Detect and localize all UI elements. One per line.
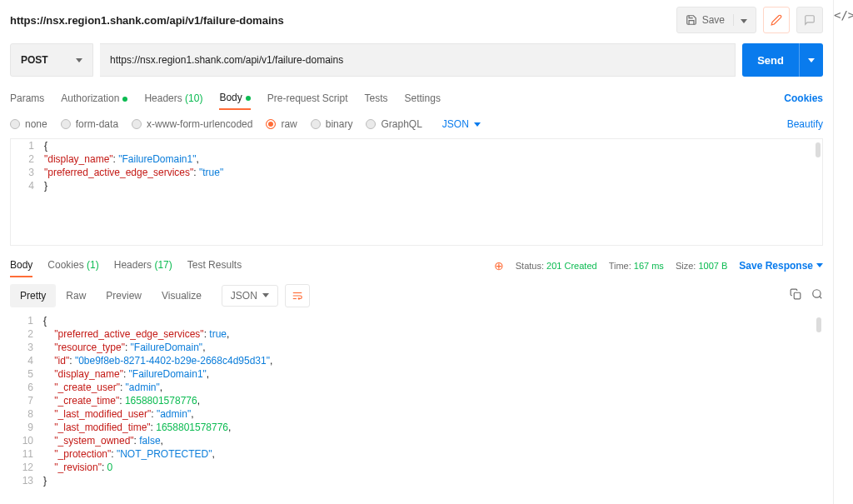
body-format-select[interactable]: JSON: [442, 118, 481, 130]
radio-none[interactable]: none: [10, 118, 47, 130]
svg-line-4: [820, 297, 822, 299]
request-row: POST https://nsx.region1.shank.com/api/v…: [0, 40, 833, 87]
resp-tab-headers[interactable]: Headers (17): [114, 254, 172, 277]
line-number: 3: [10, 341, 43, 354]
comment-button[interactable]: [796, 7, 823, 33]
response-format-select[interactable]: JSON: [222, 285, 278, 307]
line-number: 6: [10, 381, 43, 394]
edit-button[interactable]: [763, 7, 790, 33]
line-number: 9: [10, 421, 43, 434]
status-value: 201 Created: [546, 261, 597, 271]
url-value: https://nsx.region1.shank.com/api/v1/fai…: [110, 54, 343, 66]
chevron-down-icon: [262, 293, 269, 297]
line-number: 12: [10, 461, 43, 474]
line-number: 2: [10, 327, 43, 341]
comment-icon: [804, 14, 816, 26]
code-content[interactable]: {: [44, 139, 822, 152]
code-content[interactable]: }: [44, 179, 822, 192]
tab-tests[interactable]: Tests: [365, 87, 388, 109]
code-content[interactable]: "_last_modified_time": 1658801578776,: [43, 421, 823, 434]
resp-tab-tests[interactable]: Test Results: [187, 254, 242, 277]
code-content[interactable]: "preferred_active_edge_services": true,: [43, 327, 823, 341]
code-content[interactable]: "resource_type": "FailureDomain",: [43, 341, 823, 354]
method-select[interactable]: POST: [10, 43, 93, 77]
chevron-down-icon: [76, 58, 82, 62]
search-icon: [811, 288, 823, 300]
radio-form-data[interactable]: form-data: [61, 118, 118, 130]
line-number: 1: [11, 139, 44, 152]
line-number: 3: [11, 166, 44, 179]
url-input[interactable]: https://nsx.region1.shank.com/api/v1/fai…: [100, 43, 736, 77]
code-content[interactable]: "preferred_active_edge_services": "true": [44, 166, 822, 179]
send-label: Send: [742, 54, 799, 67]
request-tabs-row: Params Authorization Headers (10) Body P…: [0, 87, 833, 110]
search-button[interactable]: [811, 288, 823, 302]
copy-icon: [790, 288, 801, 300]
line-number: 13: [10, 474, 43, 487]
view-pretty[interactable]: Pretty: [10, 284, 56, 307]
code-content[interactable]: "_create_user": "admin",: [43, 381, 823, 394]
beautify-link[interactable]: Beautify: [787, 118, 823, 130]
radio-graphql[interactable]: GraphQL: [366, 118, 422, 130]
size-value: 1007 B: [698, 261, 727, 271]
view-mode-row: Pretty Raw Preview Visualize JSON: [0, 277, 833, 314]
tab-body[interactable]: Body: [219, 87, 250, 110]
code-content[interactable]: "id": "0be9f8eb-8271-4402-b29e-2668c4d95…: [43, 354, 823, 367]
line-number: 11: [10, 447, 43, 461]
radio-raw[interactable]: raw: [266, 118, 297, 130]
code-content[interactable]: "display_name": "FailureDomain1",: [44, 152, 822, 166]
view-visualize[interactable]: Visualize: [152, 284, 212, 307]
pencil-icon: [771, 14, 782, 26]
wrap-lines-button[interactable]: [285, 284, 310, 307]
response-bar: Body Cookies (1) Headers (17) Test Resul…: [0, 246, 833, 277]
save-label: Save: [702, 14, 725, 26]
tab-prerequest[interactable]: Pre-request Script: [267, 87, 348, 109]
chevron-down-icon: [474, 122, 481, 127]
request-header: https://nsx.region1.shank.com/api/v1/fai…: [0, 0, 833, 40]
scroll-indicator: [816, 317, 821, 332]
save-button[interactable]: Save: [676, 7, 756, 33]
line-number: 10: [10, 434, 43, 447]
line-number: 8: [10, 407, 43, 421]
network-icon[interactable]: ⊕: [494, 259, 504, 272]
scroll-indicator: [816, 142, 821, 157]
code-content[interactable]: "_last_modified_user": "admin",: [43, 407, 823, 421]
code-content[interactable]: "_protection": "NOT_PROTECTED",: [43, 447, 823, 461]
time-value: 167 ms: [634, 261, 664, 271]
save-icon: [686, 14, 697, 26]
code-panel-toggle[interactable]: </>: [834, 8, 852, 22]
code-content[interactable]: "display_name": "FailureDomain1",: [43, 367, 823, 381]
svg-rect-2: [794, 293, 801, 300]
copy-button[interactable]: [790, 288, 801, 302]
radio-urlencoded[interactable]: x-www-form-urlencoded: [132, 118, 252, 130]
code-content[interactable]: "_system_owned": false,: [43, 434, 823, 447]
send-button[interactable]: Send: [742, 43, 823, 77]
response-body-editor[interactable]: 1{2 "preferred_active_edge_services": tr…: [10, 314, 823, 504]
cookies-link[interactable]: Cookies: [784, 92, 823, 104]
line-number: 5: [10, 367, 43, 381]
code-content[interactable]: "_create_time": 1658801578776,: [43, 394, 823, 407]
view-raw[interactable]: Raw: [56, 284, 96, 307]
line-number: 4: [10, 354, 43, 367]
send-dropdown[interactable]: [799, 43, 823, 77]
line-number: 7: [10, 394, 43, 407]
resp-tab-body[interactable]: Body: [10, 254, 32, 277]
code-content[interactable]: "_revision": 0: [43, 461, 823, 474]
tab-headers[interactable]: Headers (10): [144, 87, 202, 109]
save-dropdown[interactable]: [733, 14, 747, 26]
request-body-editor[interactable]: 1{2"display_name": "FailureDomain1",3"pr…: [10, 138, 823, 246]
method-value: POST: [21, 54, 48, 66]
radio-binary[interactable]: binary: [311, 118, 353, 130]
tab-authorization[interactable]: Authorization: [61, 87, 127, 109]
tab-settings[interactable]: Settings: [405, 87, 441, 109]
view-preview[interactable]: Preview: [96, 284, 152, 307]
code-content[interactable]: {: [43, 314, 823, 327]
tab-params[interactable]: Params: [10, 87, 44, 109]
resp-tab-cookies[interactable]: Cookies (1): [47, 254, 98, 277]
save-response-button[interactable]: Save Response: [739, 260, 823, 272]
chevron-down-icon: [816, 263, 823, 267]
line-number: 2: [11, 152, 44, 166]
body-type-row: none form-data x-www-form-urlencoded raw…: [0, 110, 833, 138]
code-content[interactable]: }: [43, 474, 823, 487]
line-number: 4: [11, 179, 44, 192]
